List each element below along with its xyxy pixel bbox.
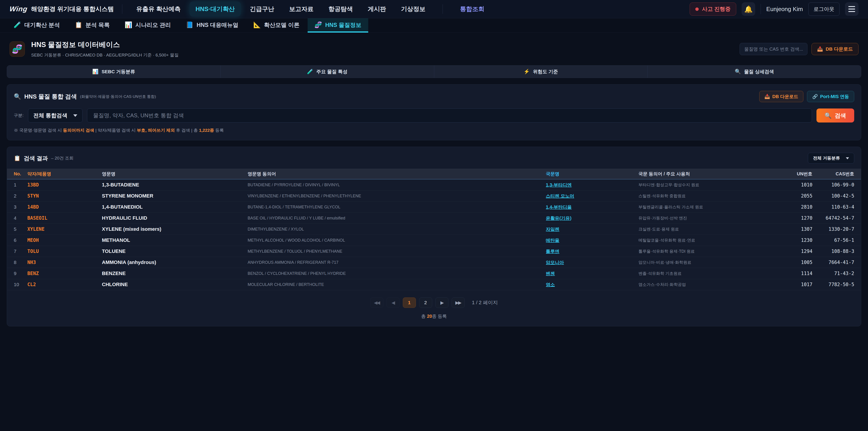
cell-english-name: BENZENE — [102, 271, 248, 276]
cell-un-number: 1010 — [778, 182, 812, 188]
tab-label: HNS 대응매뉴얼 — [197, 21, 239, 29]
lightning-icon: ⚡ — [524, 69, 530, 74]
search-button[interactable]: 🔍 검색 — [816, 109, 854, 123]
cell-abbr: 13BD — [27, 182, 102, 188]
cell-cas-number: 71-43-2 — [812, 271, 854, 276]
pagination-last-button[interactable]: ▶▶ — [452, 298, 465, 308]
hamburger-menu-button[interactable] — [845, 2, 859, 16]
top-nav-right: 사고 진행중 🔔 Eunjeong Kim 로그아웃 — [690, 2, 859, 16]
column-english-synonyms: 영문명 동의어 — [248, 171, 546, 177]
search-results-panel: 📋 검색 결과 – 20건 조회 전체 거동분류 No. 약자/제품명 영문명 … — [7, 147, 861, 326]
cell-korean-synonyms: 염소가스·수처리·화학공업 — [639, 282, 779, 287]
tab-hns-substance-info[interactable]: 🧬 HNS 물질정보 — [308, 18, 368, 33]
cell-korean-name: 자일렌 — [546, 226, 639, 232]
cell-no: 10 — [14, 282, 27, 287]
results-count: – 20건 조회 — [51, 155, 73, 161]
category-risk-criteria[interactable]: ⚡ 위험도 기준 — [434, 65, 648, 78]
category-detail-search[interactable]: 🔍 물질 상세검색 — [648, 65, 861, 78]
category-sebc-classification[interactable]: 📊 SEBC 거동분류 — [7, 65, 221, 78]
logout-button[interactable]: 로그아웃 — [808, 2, 839, 16]
total-count-line: 총 20종 등록 — [7, 313, 861, 319]
status-dot-icon — [695, 7, 699, 11]
cell-abbr: BASEOIL — [27, 215, 102, 221]
cell-un-number: 1307 — [778, 226, 812, 232]
search-panel-actions: 📥 DB 다운로드 🔗 Port-MIS 연동 — [759, 91, 854, 102]
pagination-prev-button[interactable]: ◀ — [386, 298, 400, 308]
table-header-row: No. 약자/제품명 영문명 영문명 동의어 국문명 국문 동의어 / 주요 사… — [7, 168, 861, 180]
korean-name-link[interactable]: 1,4-부탄디올 — [546, 205, 572, 210]
incident-status-badge: 사고 진행중 — [690, 2, 736, 16]
behavior-class-value: 전체 거동분류 — [813, 155, 840, 161]
pagination: ◀◀ ◀ 1 2 ▶ ▶▶ 1 / 2 페이지 — [7, 298, 861, 308]
category-substance-properties[interactable]: 🧪 주요 물질 특성 — [221, 65, 434, 78]
db-download-button[interactable]: 📥 DB 다운로드 — [811, 43, 859, 55]
cell-un-number: 1230 — [778, 238, 812, 243]
link-icon: 🔗 — [812, 94, 818, 99]
nav-item-oil-spill[interactable]: 유출유 확산예측 — [130, 2, 187, 17]
clipboard-icon: 📋 — [14, 155, 21, 161]
tab-scenario-management[interactable]: 📊 시나리오 관리 — [118, 18, 178, 33]
tab-model-theory[interactable]: 📐 확산모델 이론 — [246, 18, 306, 33]
nav-item-aerial-search[interactable]: 항공탐색 — [322, 2, 359, 17]
results-filter: 전체 거동분류 — [808, 153, 854, 164]
table-row: 10 CL2 CHLORINE MOLECULAR CHLORINE / BER… — [7, 279, 861, 290]
korean-name-link[interactable]: 스티렌 모노머 — [546, 193, 575, 198]
cell-korean-synonyms: 부틸렌글리콜·플라스틱 가소제 원료 — [639, 204, 779, 210]
ruler-icon: 📐 — [253, 21, 261, 29]
category-label: 위험도 기준 — [533, 68, 558, 75]
portmis-link-button[interactable]: 🔗 Port-MIS 연동 — [807, 91, 854, 102]
pagination-first-button[interactable]: ◀◀ — [370, 298, 383, 308]
nav-item-hns-dispersion[interactable]: HNS·대기확산 — [190, 2, 241, 17]
search-type-label: 구분: — [14, 113, 24, 118]
tab-hns-manual[interactable]: 📘 HNS 대응매뉴얼 — [179, 18, 245, 33]
cell-english-synonyms: VINYLBENZENE / ETHENYLBENZENE / PHENYLET… — [248, 194, 546, 198]
korean-name-link[interactable]: 벤젠 — [546, 271, 555, 276]
korean-name-link[interactable]: 암모니아 — [546, 260, 564, 265]
cell-english-name: STYRENE MONOMER — [102, 193, 248, 199]
main-search-input[interactable] — [87, 109, 812, 123]
results-title: 검색 결과 — [24, 155, 48, 162]
main-menu: 유출유 확산예측 HNS·대기확산 긴급구난 보고자료 항공탐색 게시판 기상정… — [130, 2, 491, 17]
app-logo: Wing 해양환경 위기대응 통합시스템 — [9, 5, 114, 13]
cell-un-number: 2810 — [778, 204, 812, 210]
search-type-select[interactable]: 전체 통합검색 — [28, 109, 83, 123]
quick-search-input[interactable] — [740, 43, 807, 55]
cell-un-number: 1270 — [778, 215, 812, 221]
cell-korean-name: 염소 — [546, 282, 639, 288]
korean-name-link[interactable]: 염소 — [546, 282, 555, 287]
korean-name-link[interactable]: 1,3-부타디엔 — [546, 182, 572, 187]
nav-item-rescue[interactable]: 긴급구난 — [244, 2, 280, 17]
tab-analysis-list[interactable]: 📋 분석 목록 — [68, 18, 117, 33]
tab-dispersion-analysis[interactable]: 🧪 대기확산 분석 — [7, 18, 67, 33]
search-hint-note: ※ 국문명·영문명 검색 시 동의어까지 검색 | 약자/제품명 검색 시 부호… — [14, 127, 854, 133]
behavior-class-select[interactable]: 전체 거동분류 — [808, 153, 854, 164]
table-row: 8 NH3 AMMONIA (anhydrous) ANHYDROUS AMMO… — [7, 257, 861, 268]
cell-cas-number: 64742-54-7 — [812, 215, 854, 221]
page-subtitle: SEBC 거동분류 · CHRIS/CAMEO DB · AEGL/ERPG/I… — [31, 52, 179, 58]
pagination-next-button[interactable]: ▶ — [435, 298, 448, 308]
pagination-page-2-button[interactable]: 2 — [419, 298, 432, 308]
cell-un-number: 1294 — [778, 249, 812, 254]
korean-name-link[interactable]: 윤활유(기유) — [546, 216, 571, 221]
notifications-button[interactable]: 🔔 — [742, 2, 755, 16]
nav-item-reports[interactable]: 보고자료 — [283, 2, 319, 17]
page-header: 🧬 HNS 물질정보 데이터베이스 SEBC 거동분류 · CHRIS/CAME… — [0, 33, 868, 64]
column-korean-name: 국문명 — [546, 171, 639, 177]
nav-item-board[interactable]: 게시판 — [362, 2, 392, 17]
korean-name-link[interactable]: 메탄올 — [546, 238, 559, 243]
search-icon: 🔍 — [825, 112, 832, 119]
nav-item-weather[interactable]: 기상정보 — [395, 2, 431, 17]
integrated-search-panel: 🔍 HNS 물질 통합 검색 (화물약어·제품명·동의어·CAS·UN번호 통합… — [7, 84, 861, 140]
db-download-button[interactable]: 📥 DB 다운로드 — [759, 91, 803, 102]
korean-name-link[interactable]: 자일렌 — [546, 227, 559, 232]
nav-item-integrated-search[interactable]: 통합조회 — [454, 2, 490, 17]
pagination-page-1-button[interactable]: 1 — [403, 298, 416, 308]
tab-label: 확산모델 이론 — [264, 21, 300, 29]
cell-un-number: 1017 — [778, 282, 812, 287]
table-row: 2 STYN STYRENE MONOMER VINYLBENZENE / ET… — [7, 190, 861, 202]
test-tube-icon: 🧪 — [13, 21, 21, 29]
cell-un-number: 1005 — [778, 260, 812, 265]
cell-korean-synonyms: 크실렌·도료·용제 원료 — [639, 226, 779, 232]
korean-name-link[interactable]: 톨루엔 — [546, 249, 559, 254]
cell-english-name: 1,3-BUTADIENE — [102, 182, 248, 188]
